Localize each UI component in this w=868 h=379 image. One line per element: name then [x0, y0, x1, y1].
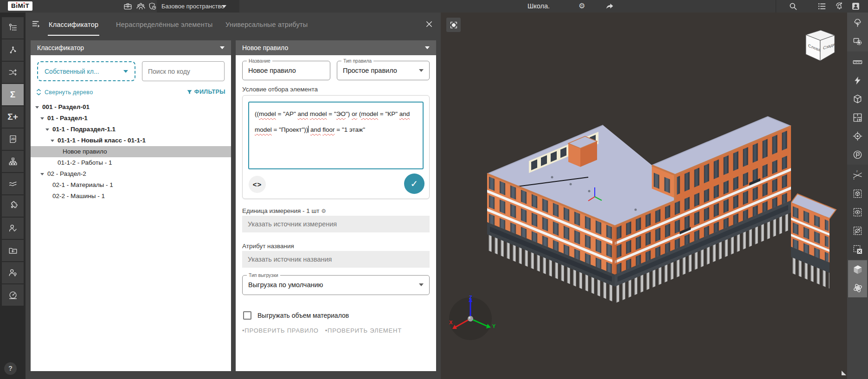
list-icon[interactable] — [817, 1, 827, 11]
condition-code[interactable]: ((model = "АР" and model = "ЭО") or (mod… — [248, 102, 424, 169]
tree-expand-icon[interactable] — [51, 140, 54, 142]
briefcase-icon[interactable] — [123, 1, 133, 11]
gear-icon[interactable]: ⚙ — [321, 208, 326, 214]
folder-export-icon[interactable] — [2, 240, 24, 261]
axis-gizmo[interactable]: Z X Y — [446, 295, 497, 346]
code-editor-button[interactable]: <> — [249, 176, 266, 193]
classifier-select[interactable]: Собственный кл... — [37, 61, 135, 81]
classifier-header-label: Классификатор — [37, 44, 84, 51]
ruler-icon[interactable] — [848, 52, 867, 71]
close-icon[interactable] — [425, 20, 433, 28]
sync-bell-icon[interactable] — [835, 1, 844, 11]
check-rule-button[interactable]: •ПРОВЕРИТЬ ПРАВИЛО — [242, 327, 319, 334]
model-viewport[interactable]: Слева Сзади Z X Y — [441, 13, 847, 379]
gauge-icon[interactable] — [2, 284, 24, 306]
filters-button[interactable]: ФИЛЬТРЫ — [186, 89, 225, 95]
tree-item[interactable]: 02-1 - Материалы - 1 — [31, 180, 231, 191]
tab-2[interactable]: Универсальные атрибуты — [225, 13, 309, 36]
account-icon[interactable] — [851, 1, 861, 11]
tree-indent — [45, 195, 49, 198]
numbered-axes-icon[interactable]: 12 — [848, 166, 867, 184]
export-type-value: Выгрузка по умолчанию — [243, 276, 429, 294]
2d-doc-icon[interactable]: 2D — [2, 128, 24, 150]
shaded-cube-icon[interactable] — [848, 260, 867, 279]
panel-menu-icon[interactable] — [31, 19, 41, 29]
waves-icon[interactable] — [2, 173, 24, 194]
tab-1[interactable]: Нераспределённые элементы — [115, 13, 213, 36]
target-icon[interactable] — [848, 127, 867, 145]
tree-item-label: 02 - Раздел-2 — [47, 168, 86, 180]
settings-gear-icon[interactable]: ⚙ — [579, 1, 585, 10]
search-input[interactable] — [142, 61, 225, 81]
rule-header[interactable]: Новое правило — [236, 40, 436, 55]
tree-item[interactable]: 01-1-1 - Новый класс - 01-1-1 — [31, 135, 231, 146]
tree-expand-icon[interactable] — [40, 173, 44, 175]
isolate-cube-icon[interactable] — [848, 184, 867, 203]
hide-eye-icon[interactable] — [848, 221, 867, 240]
apply-condition-button[interactable]: ✓ — [404, 173, 424, 194]
materials-checkbox[interactable] — [243, 311, 251, 320]
tree-item[interactable]: 02 - Раздел-2 — [31, 168, 231, 180]
rule-subp anel: Новое правило Название Новое правило Тип… — [236, 40, 436, 371]
tree-item[interactable]: 02-2 - Машины - 1 — [31, 191, 231, 202]
resize-handle[interactable] — [842, 371, 846, 375]
user-pin-icon[interactable] — [2, 262, 24, 283]
puzzle-icon[interactable] — [2, 195, 24, 217]
clear-selection-icon[interactable] — [848, 240, 867, 258]
workspace-select[interactable]: Базовое пространство — [157, 0, 239, 13]
tree-expand-icon[interactable] — [35, 106, 39, 109]
materials-checkbox-row[interactable]: Выгружать объем материалов — [243, 311, 349, 320]
export-type-select[interactable]: Тип выгрузки Выгрузка по умолчанию — [242, 275, 430, 295]
team-icon[interactable] — [136, 1, 146, 11]
show-eye-icon[interactable] — [848, 203, 867, 221]
share-icon[interactable] — [605, 1, 615, 11]
tree-item-label: 01-1-2 - Работы - 1 — [58, 157, 112, 168]
check-element-button[interactable]: •ПРОВЕРИТЬ ЭЛЕМЕНТ — [325, 327, 402, 334]
tree-item[interactable]: Новое правило — [31, 146, 231, 157]
building-model[interactable] — [441, 13, 847, 379]
floorplan-icon[interactable] — [848, 108, 867, 127]
tree-expand-icon[interactable] — [40, 117, 44, 120]
shield-clock-icon[interactable] — [148, 1, 157, 11]
marquee-select-icon[interactable] — [848, 32, 867, 51]
rule-type-select[interactable]: Тип правила Простое правило — [337, 61, 430, 80]
tree-item-label: Новое правило — [63, 146, 107, 157]
collapse-tree-button[interactable]: Свернуть дерево — [36, 89, 93, 96]
sigma-plus-icon[interactable]: Σ+ — [2, 106, 24, 128]
rule-header-label: Новое правило — [242, 44, 288, 51]
rule-name-field[interactable]: Название Новое правило — [242, 61, 330, 80]
collapse-icon — [36, 89, 41, 96]
flash-icon[interactable] — [848, 71, 867, 90]
search-icon[interactable] — [788, 1, 798, 11]
help-button[interactable]: ? — [4, 362, 17, 375]
navigation-cube[interactable]: Слева Сзади — [791, 26, 838, 70]
tree-item[interactable]: 01 - Раздел-1 — [31, 113, 231, 124]
filter-icon — [186, 89, 193, 95]
bimit-logo[interactable]: BıMıT — [8, 1, 32, 11]
shuffle-icon[interactable] — [2, 62, 24, 83]
org-chart-icon[interactable] — [2, 151, 24, 172]
tree-expand-icon[interactable] — [45, 128, 49, 131]
fit-view-button[interactable] — [446, 18, 461, 32]
tabs-row: КлассификаторНераспределённые элементыУн… — [26, 13, 441, 36]
tab-0[interactable]: Классификатор — [48, 13, 99, 36]
section-cube-icon[interactable] — [848, 90, 867, 108]
structure-tree-icon[interactable] — [2, 17, 24, 39]
tree-item[interactable]: 001 - Раздел-01 — [31, 102, 231, 113]
tree-item-label: 01 - Раздел-1 — [47, 113, 88, 124]
tree-item[interactable]: 01-1-2 - Работы - 1 — [31, 157, 231, 168]
svg-text:2D: 2D — [11, 137, 15, 141]
orbit-icon[interactable] — [848, 279, 867, 297]
classifier-workspace-panel: КлассификаторНераспределённые элементыУн… — [26, 13, 441, 379]
sigma-icon[interactable]: Σ — [2, 84, 24, 105]
nature-tree-icon[interactable] — [848, 13, 867, 32]
right-toolbar: 12 — [847, 13, 868, 379]
svg-text:2: 2 — [856, 170, 858, 173]
branch-node-icon[interactable] — [2, 39, 24, 61]
unit-source-input[interactable]: Указать источник измерения — [242, 216, 430, 232]
tree-item[interactable]: 01-1 - Подраздел-1.1 — [31, 124, 231, 135]
classifier-header[interactable]: Классификатор — [31, 40, 231, 55]
user-check-icon[interactable] — [2, 218, 24, 239]
name-source-input[interactable]: Указать источник названия — [242, 251, 430, 268]
flag-icon[interactable] — [848, 145, 867, 164]
